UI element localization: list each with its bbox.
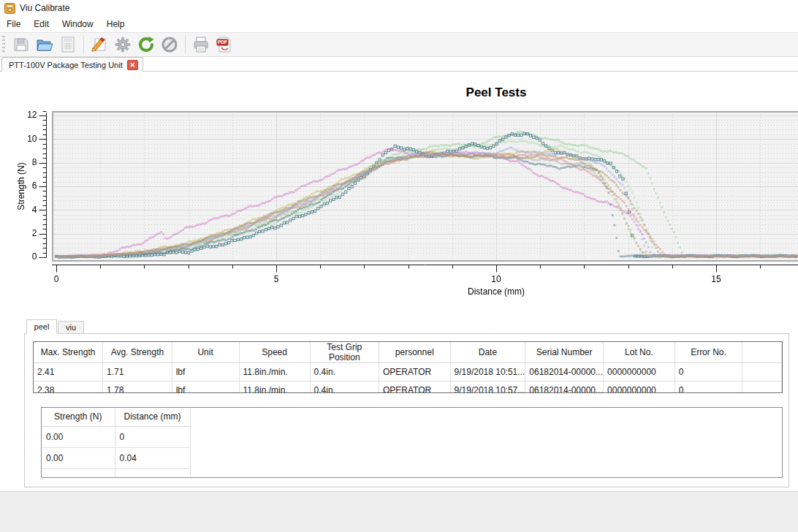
table-cell: 2.41 xyxy=(34,363,103,381)
column-header[interactable]: Avg. Strength xyxy=(103,342,172,363)
table-cell: 2.38 xyxy=(34,381,103,394)
column-header[interactable]: Serial Number xyxy=(525,342,604,363)
menu-file[interactable]: File xyxy=(0,17,27,31)
table-cell xyxy=(42,468,115,478)
detail-table-container[interactable]: Strength (N)Distance (mm)0.0000.000.04 xyxy=(41,407,783,478)
save-icon xyxy=(12,36,30,53)
table-cell: 0 xyxy=(115,426,190,447)
table-cell: 0 xyxy=(674,363,742,381)
toolbar: PDF xyxy=(0,32,798,57)
toolbar-grip[interactable] xyxy=(2,36,5,53)
table-cell xyxy=(115,468,190,478)
table-cell: 0.00 xyxy=(42,426,115,447)
table-cell: 0.00 xyxy=(42,447,115,468)
table-cell: 0.4in. xyxy=(310,363,379,381)
table-cell: 11.8in./min. xyxy=(239,363,310,381)
tab-close-icon[interactable]: ✕ xyxy=(127,60,138,70)
results-panel: Max. StrengthAvg. StrengthUnitSpeedTest … xyxy=(24,333,789,487)
table-row[interactable]: 2.381.78lbf11.8in./min.0.4in.OPERATOR9/1… xyxy=(34,381,782,394)
column-header[interactable]: personnel xyxy=(379,342,450,363)
table-row[interactable]: 0.000.04 xyxy=(42,447,190,468)
window-title: Viu Calibrate xyxy=(20,3,69,13)
print-button[interactable] xyxy=(191,34,211,55)
edit-button[interactable] xyxy=(89,34,110,55)
table-cell: OPERATOR xyxy=(379,381,450,394)
window-background xyxy=(0,491,798,532)
detail-table: Strength (N)Distance (mm)0.0000.000.04 xyxy=(42,408,191,478)
results-tab-peel[interactable]: peel xyxy=(26,319,57,334)
table-header-row: Max. StrengthAvg. StrengthUnitSpeedTest … xyxy=(34,342,782,363)
document-tab[interactable]: PTT-100V Package Testing Unit ✕ xyxy=(1,57,143,72)
cancel-icon xyxy=(161,36,178,53)
table-cell: lbf xyxy=(172,363,239,381)
open-button[interactable] xyxy=(34,34,55,55)
table-cell: 0.04 xyxy=(115,447,190,468)
table-cell: 0000000000 xyxy=(604,363,675,381)
toolbar-separator xyxy=(83,36,84,53)
filler-cell xyxy=(742,381,782,394)
column-header[interactable]: Date xyxy=(450,342,525,363)
menu-window[interactable]: Window xyxy=(56,17,100,31)
column-header[interactable]: Lot No. xyxy=(604,342,675,363)
column-header[interactable]: Error No. xyxy=(674,342,742,363)
settings-button[interactable] xyxy=(113,34,133,55)
printer-icon xyxy=(192,36,210,53)
title-bar: Viu Calibrate xyxy=(0,0,798,16)
table-cell: 11.8in./min. xyxy=(239,381,310,394)
export-pdf-button[interactable]: PDF xyxy=(214,34,235,55)
table-cell: 06182014-00000... xyxy=(525,363,604,381)
filler-column xyxy=(742,342,782,363)
column-header[interactable]: Unit xyxy=(172,342,239,363)
pdf-icon: PDF xyxy=(216,36,233,53)
column-header[interactable]: Speed xyxy=(239,342,310,363)
column-header[interactable]: Distance (mm) xyxy=(115,408,190,426)
table-cell: 0 xyxy=(674,381,742,394)
table-cell: 9/19/2018 10:51... xyxy=(450,363,525,381)
document-tab-strip: PTT-100V Package Testing Unit ✕ xyxy=(0,57,798,72)
save-button[interactable] xyxy=(11,34,31,55)
svg-text:PDF: PDF xyxy=(218,39,227,45)
table-cell: 9/19/2018 10:57... xyxy=(450,381,525,394)
menu-help[interactable]: Help xyxy=(100,17,132,31)
table-cell: 0000000000 xyxy=(604,381,675,394)
menu-edit[interactable]: Edit xyxy=(27,17,56,31)
table-row[interactable] xyxy=(42,468,190,478)
table-cell: OPERATOR xyxy=(379,363,450,381)
column-header[interactable]: Max. Strength xyxy=(34,342,103,363)
refresh-button[interactable] xyxy=(136,34,156,55)
table-cell: 06182014-00000... xyxy=(525,381,604,394)
refresh-icon xyxy=(137,36,155,53)
table-header-row: Strength (N)Distance (mm) xyxy=(42,408,190,426)
table-cell: 0.4in. xyxy=(310,381,379,394)
results-table: Max. StrengthAvg. StrengthUnitSpeedTest … xyxy=(34,342,782,393)
open-folder-icon xyxy=(36,36,53,53)
menu-bar: File Edit Window Help xyxy=(0,16,798,32)
results-tab-viu[interactable]: viu xyxy=(58,321,84,334)
report-icon xyxy=(59,36,77,53)
table-row[interactable]: 2.411.71lbf11.8in./min.0.4in.OPERATOR9/1… xyxy=(34,363,782,381)
results-table-container[interactable]: Max. StrengthAvg. StrengthUnitSpeedTest … xyxy=(33,341,783,393)
report-button[interactable] xyxy=(58,34,78,55)
table-row[interactable]: 0.000 xyxy=(42,426,190,447)
filler-cell xyxy=(742,363,782,381)
table-cell: 1.71 xyxy=(103,363,172,381)
cancel-button[interactable] xyxy=(159,34,180,55)
app-icon xyxy=(4,3,15,14)
table-cell: lbf xyxy=(172,381,239,394)
document-tab-label: PTT-100V Package Testing Unit xyxy=(9,61,123,69)
toolbar-separator xyxy=(185,36,186,53)
column-header[interactable]: Strength (N) xyxy=(42,408,115,426)
pencil-icon xyxy=(91,36,108,53)
gear-icon xyxy=(114,36,132,53)
column-header[interactable]: Test Grip Position xyxy=(310,342,379,363)
table-cell: 1.78 xyxy=(103,381,172,394)
peel-tests-chart[interactable] xyxy=(0,73,798,303)
